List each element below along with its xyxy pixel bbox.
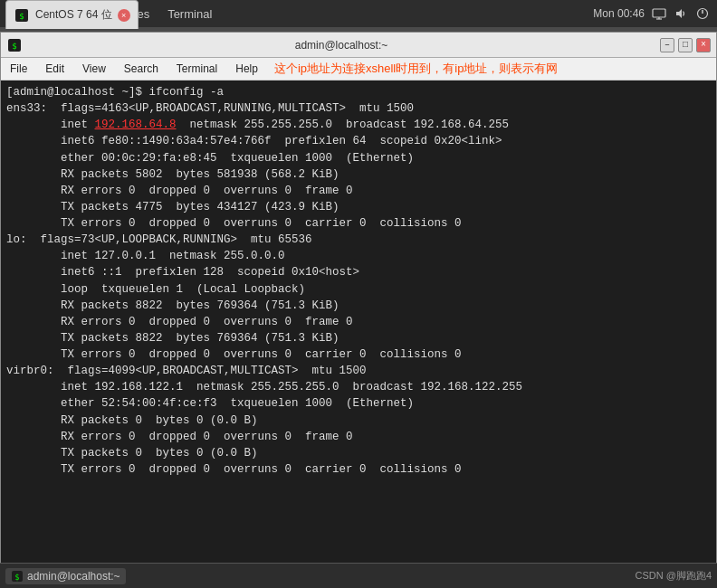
terminal-line: [admin@localhost ~]$ ifconfig -a xyxy=(6,84,711,100)
terminal-line: TX packets 0 bytes 0 (0.0 B) xyxy=(6,445,711,461)
terminal-line: inet6 fe80::1490:63a4:57e4:766f prefixle… xyxy=(6,133,711,149)
network-icon[interactable] xyxy=(652,6,666,21)
menu-help[interactable]: Help xyxy=(226,58,267,80)
terminal-line: TX packets 4775 bytes 434127 (423.9 KiB) xyxy=(6,199,711,215)
menu-terminal[interactable]: Terminal xyxy=(167,58,226,80)
terminal-line: RX errors 0 dropped 0 overruns 0 frame 0 xyxy=(6,183,711,199)
terminal-line: ether 52:54:00:4f:ce:f3 txqueuelen 1000 … xyxy=(6,395,711,412)
terminal-menubar: File Edit View Search Terminal Help 这个ip… xyxy=(1,58,716,81)
menu-file[interactable]: File xyxy=(1,58,36,80)
terminal-window: $ admin@localhost:~ – □ × File Edit View… xyxy=(0,32,717,583)
svg-text:$: $ xyxy=(19,12,24,21)
svg-text:$: $ xyxy=(12,42,16,51)
watermark: CSDN @脚跑跑4 xyxy=(635,569,712,583)
terminal-output[interactable]: [admin@localhost ~]$ ifconfig -aens33: f… xyxy=(1,81,716,583)
terminal-line: inet6 ::1 prefixlen 128 scopeid 0x10<hos… xyxy=(6,264,711,280)
clock-display: Mon 00:46 xyxy=(593,7,645,20)
terminal-menu[interactable]: Terminal xyxy=(160,5,219,23)
terminal-line: ens33: flags=4163<UP,BROADCAST,RUNNING,M… xyxy=(6,100,711,117)
terminal-line: inet 192.168.122.1 netmask 255.255.255.0… xyxy=(6,379,711,395)
window-titlebar: $ admin@localhost:~ – □ × xyxy=(1,33,716,58)
terminal-line: TX packets 8822 bytes 769364 (751.3 KiB) xyxy=(6,330,711,346)
terminal-line: RX errors 0 dropped 0 overruns 0 frame 0 xyxy=(6,314,711,330)
terminal-line: inet 127.0.0.1 netmask 255.0.0.0 xyxy=(6,248,711,264)
terminal-line: TX errors 0 dropped 0 overruns 0 carrier… xyxy=(6,215,711,232)
svg-text:$: $ xyxy=(15,574,20,582)
window-close-button[interactable]: × xyxy=(696,38,711,52)
svg-rect-2 xyxy=(653,9,665,17)
window-title: admin@localhost:~ xyxy=(28,39,655,52)
tab-title: CentOS 7 64 位 xyxy=(35,7,112,23)
svg-marker-5 xyxy=(676,9,682,18)
terminal-line: TX errors 0 dropped 0 overruns 0 carrier… xyxy=(6,346,711,363)
terminal-line: lo: flags=73<UP,LOOPBACK,RUNNING> mtu 65… xyxy=(6,232,711,248)
terminal-line: virbr0: flags=4099<UP,BROADCAST,MULTICAS… xyxy=(6,363,711,379)
tab-close-button[interactable]: × xyxy=(118,9,130,22)
window-tab[interactable]: $ CentOS 7 64 位 × xyxy=(5,0,139,29)
window-restore-button[interactable]: □ xyxy=(678,38,693,52)
menu-search[interactable]: Search xyxy=(115,58,167,80)
terminal-line: RX errors 0 dropped 0 overruns 0 frame 0 xyxy=(6,429,711,445)
taskbar-item-label: admin@localhost:~ xyxy=(27,570,120,583)
terminal-line: ether 00:0c:29:fa:e8:45 txqueuelen 1000 … xyxy=(6,150,711,166)
terminal-line: TX errors 0 dropped 0 overruns 0 carrier… xyxy=(6,461,711,478)
terminal-line: inet 192.168.64.8 netmask 255.255.255.0 … xyxy=(6,117,711,133)
desktop-taskbar-bottom: $ admin@localhost:~ CSDN @脚跑跑4 xyxy=(0,563,717,588)
inline-annotation: 这个ip地址为连接xshell时用到，有ip地址，则表示有网 xyxy=(274,61,558,77)
taskbar-terminal-item[interactable]: $ admin@localhost:~ xyxy=(5,568,126,584)
window-minimize-button[interactable]: – xyxy=(660,38,674,52)
menu-edit[interactable]: Edit xyxy=(36,58,73,80)
tab-app-icon: $ xyxy=(14,7,30,24)
terminal-line: RX packets 8822 bytes 769364 (751.3 KiB) xyxy=(6,298,711,314)
terminal-line: RX packets 0 bytes 0 (0.0 B) xyxy=(6,413,711,429)
terminal-line: RX packets 5802 bytes 581938 (568.2 KiB) xyxy=(6,166,711,183)
power-icon[interactable] xyxy=(695,6,710,21)
menu-view[interactable]: View xyxy=(73,58,115,80)
terminal-line: loop txqueuelen 1 (Local Loopback) xyxy=(6,281,711,298)
window-app-icon: $ xyxy=(6,37,23,53)
volume-icon[interactable] xyxy=(674,6,688,21)
